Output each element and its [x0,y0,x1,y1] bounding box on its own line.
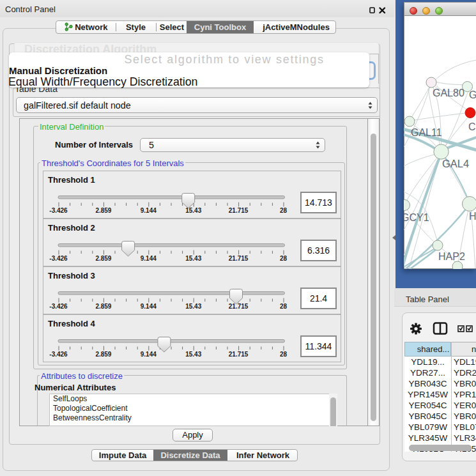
svg-text:GAL80: GAL80 [433,88,464,98]
svg-text:C: C [468,121,476,132]
svg-text:GAL11: GAL11 [411,127,442,138]
svg-text:GAL4: GAL4 [442,158,469,169]
svg-text:GA: GA [469,89,476,100]
svg-text:HAP2: HAP2 [438,251,465,262]
svg-text:H: H [469,211,476,222]
svg-text:GCY1: GCY1 [404,212,429,223]
